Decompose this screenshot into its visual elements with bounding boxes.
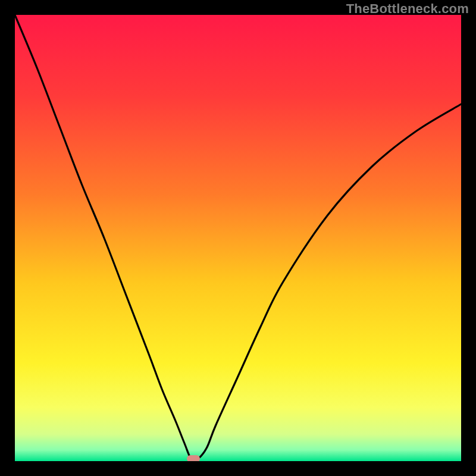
chart-frame: TheBottleneck.com <box>0 0 476 476</box>
curve-layer <box>15 15 461 461</box>
plot-area <box>15 15 461 461</box>
optimal-marker <box>187 455 200 461</box>
bottleneck-curve <box>15 15 461 461</box>
